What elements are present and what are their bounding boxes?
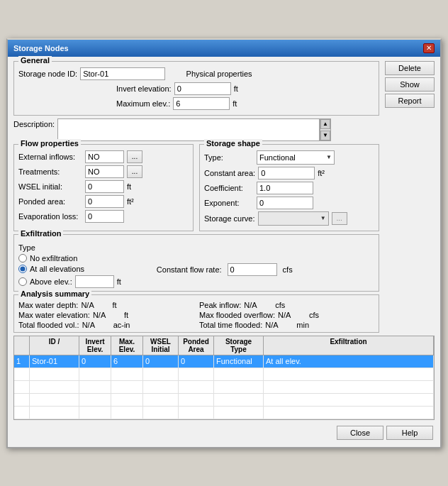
above-elev-radio[interactable]: [18, 277, 27, 286]
ponded-area-input[interactable]: [85, 195, 124, 208]
cell-max: [111, 381, 143, 393]
description-textarea[interactable]: [57, 118, 320, 141]
scroll-up-arrow[interactable]: ▲: [320, 119, 330, 129]
above-elev-input[interactable]: [75, 275, 114, 288]
no-exfiltration-label: No exfiltration: [30, 254, 77, 263]
table-row[interactable]: [14, 407, 434, 419]
flow-section-header: Flow properties: [18, 139, 81, 148]
storage-curve-arrow-icon: ▼: [320, 215, 326, 221]
total-flooded-vol-value: N/A: [82, 321, 111, 329]
above-elev-label: Above elev.:: [30, 277, 72, 286]
cell-wsel: [143, 407, 179, 419]
exponent-input[interactable]: [257, 197, 313, 209]
total-flooded-vol-unit: ac-in: [113, 321, 130, 329]
cell-id: [30, 394, 79, 406]
storage-node-id-input[interactable]: [80, 67, 165, 80]
storage-curve-dropdown: ▼: [258, 211, 329, 226]
cell-invert: [79, 381, 111, 393]
wsel-initial-input[interactable]: [85, 180, 124, 193]
storage-curve-browse-button: ...: [332, 212, 347, 225]
cell-ponded: [179, 368, 214, 380]
constant-flow-rate-unit: cfs: [283, 265, 293, 274]
constant-area-label: Constant area:: [204, 169, 255, 177]
storage-type-dropdown[interactable]: Functional ▼: [257, 150, 335, 165]
no-exfiltration-radio[interactable]: [18, 254, 27, 263]
cell-max: [111, 394, 143, 406]
table-row[interactable]: [14, 381, 434, 394]
help-button[interactable]: Help: [386, 426, 433, 440]
treatments-browse-button[interactable]: ...: [127, 165, 142, 178]
total-flooded-vol-label: Total flooded vol.:: [18, 321, 79, 329]
max-flooded-overflow-label: Max flooded overflow:: [199, 311, 275, 319]
close-window-button[interactable]: ✕: [423, 43, 435, 53]
cell-id: [30, 368, 79, 380]
show-button[interactable]: Show: [385, 77, 435, 92]
title-bar: Storage Nodes ✕: [8, 40, 440, 57]
wsel-unit: ft: [127, 182, 131, 191]
cell-id: [30, 407, 79, 419]
cell-invert: [79, 394, 111, 406]
physical-props-label: Physical properties: [186, 70, 252, 78]
cell-wsel: [143, 381, 179, 393]
cell-max: 6: [111, 355, 143, 368]
col-header-num: [14, 336, 30, 355]
cell-invert: [79, 407, 111, 419]
max-water-depth-unit: ft: [112, 301, 116, 309]
peak-inflow-unit: cfs: [275, 301, 285, 309]
max-water-elevation-label: Max water elevation:: [18, 311, 90, 319]
above-elev-unit: ft: [117, 277, 121, 286]
max-water-depth-value: N/A: [81, 301, 109, 309]
storage-node-id-label: Storage node ID:: [18, 70, 77, 78]
close-button[interactable]: Close: [337, 426, 383, 440]
treatments-input[interactable]: [85, 165, 124, 178]
cell-id: [30, 381, 79, 393]
cell-ponded: 0: [179, 355, 214, 368]
above-elev-option[interactable]: Above elev.: ft: [18, 275, 121, 288]
storage-nodes-window: Storage Nodes ✕ General Storage node ID:…: [6, 38, 442, 448]
cell-max: [111, 407, 143, 419]
invert-elevation-unit: ft: [234, 84, 238, 93]
cell-wsel: 0: [143, 355, 179, 368]
max-elev-input[interactable]: [173, 97, 230, 110]
constant-area-input[interactable]: [258, 167, 315, 180]
cell-storage: Functional: [214, 355, 264, 368]
table-row[interactable]: [14, 368, 434, 381]
invert-elevation-label: Invert elevation:: [116, 84, 172, 93]
delete-button[interactable]: Delete: [385, 61, 435, 75]
cell-storage: [214, 381, 264, 393]
col-header-storage: StorageType: [214, 336, 264, 355]
table-row[interactable]: 1 Stor-01 0 6 0 0 Functional At all elev…: [14, 355, 434, 368]
cell-exfil: [264, 381, 434, 393]
max-water-depth-label: Max water depth:: [18, 301, 78, 309]
coefficient-input[interactable]: [257, 182, 313, 194]
external-inflows-input[interactable]: [85, 150, 124, 163]
evaporation-loss-input[interactable]: [85, 210, 124, 223]
storage-type-label: Type:: [204, 153, 254, 162]
invert-elevation-input[interactable]: [174, 82, 231, 95]
exponent-label: Exponent:: [204, 199, 254, 207]
cell-storage: [214, 394, 264, 406]
at-all-elevations-radio[interactable]: [18, 265, 27, 273]
max-flooded-overflow-value: N/A: [278, 311, 306, 319]
peak-inflow-value: N/A: [244, 301, 272, 309]
col-header-invert: InvertElev.: [79, 336, 111, 355]
exfiltration-section-header: Exfiltration: [18, 229, 63, 238]
table-row[interactable]: [14, 394, 434, 407]
no-exfiltration-option[interactable]: No exfiltration: [18, 254, 121, 263]
window-title: Storage Nodes: [13, 44, 69, 53]
total-time-flooded-value: N/A: [265, 321, 293, 329]
report-button[interactable]: Report: [385, 94, 435, 108]
external-inflows-browse-button[interactable]: ...: [127, 150, 142, 163]
cell-wsel: [143, 394, 179, 406]
cell-ponded: [179, 407, 214, 419]
at-all-elevations-option[interactable]: At all elevations: [18, 265, 121, 273]
cell-num: [14, 368, 30, 380]
external-inflows-label: External inflows:: [18, 153, 82, 161]
table-header-row: ID / InvertElev. Max.Elev. WSELInitial P…: [14, 336, 434, 355]
cell-num: [14, 381, 30, 393]
scroll-down-arrow[interactable]: ▼: [320, 131, 330, 140]
max-water-elevation-value: N/A: [93, 311, 121, 319]
constant-flow-rate-input[interactable]: [228, 263, 277, 276]
ponded-area-label: Ponded area:: [18, 197, 82, 206]
description-scrollbar[interactable]: ▲ ▼: [320, 118, 331, 141]
